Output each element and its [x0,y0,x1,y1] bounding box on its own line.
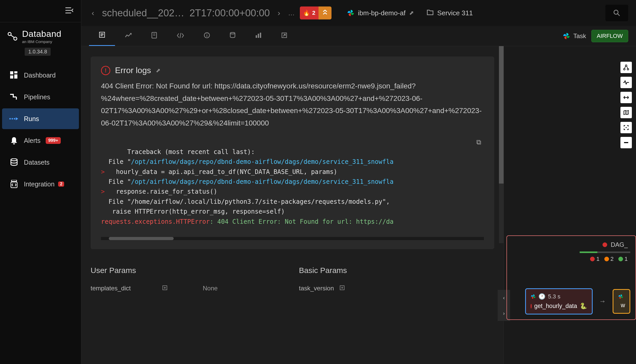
sidebar-item-label: Alerts [24,137,40,144]
activity-icon[interactable] [620,77,632,88]
external-link-icon[interactable]: ⬈ [156,67,160,74]
svg-rect-5 [14,74,17,79]
search-area[interactable] [605,5,628,21]
brand-name: Databand [22,29,61,39]
svg-point-7 [12,118,13,120]
dag-title: DAG_ [611,241,628,248]
error-card: ! Error logs ⬈ 404 Client Error: Not Fou… [91,57,494,249]
map-icon[interactable] [620,107,632,118]
airflow-pinwheel-icon [347,9,354,17]
svg-rect-2 [10,71,13,74]
dag-node-next[interactable]: w [613,289,630,314]
svg-rect-19 [258,34,259,38]
sidebar-item-label: Runs [24,115,39,123]
sidebar-item-pipelines[interactable]: Pipelines [2,87,79,107]
integration-badge: 2 [58,181,64,187]
alerts-badge: 999+ [46,137,61,144]
dag-progress [580,251,630,253]
top-bar: ‹ scheduled__202… 2T17:00:00+00:00 › … 🔥… [81,0,636,26]
integration-icon [9,179,19,189]
task-label: Task [573,32,586,40]
status-dot-red-icon [603,242,607,247]
svg-point-12 [614,10,618,14]
python-icon: 🐍 [580,303,587,310]
tab-bar: Task AIRFLOW [81,26,636,46]
sidebar-item-integration[interactable]: Integration 2 [2,174,79,194]
folder-icon [427,9,434,17]
alert-fire-badge[interactable]: 🔥 2 [300,6,331,19]
status-dot-red-icon [531,304,532,309]
node-duration: 5.3 s [548,293,560,300]
sidebar-collapse-icon[interactable] [65,7,73,15]
svg-point-27 [626,127,627,128]
copy-icon[interactable]: ⧉ [476,137,481,148]
collapse-up-icon[interactable] [319,6,331,19]
external-link-icon[interactable]: ⬈ [409,10,414,16]
airflow-pinwheel-icon [531,294,536,299]
expand-icon[interactable] [340,285,345,292]
fire-count: 2 [312,10,315,16]
fullscreen-icon[interactable] [620,122,632,133]
param-item: task_version [299,285,495,292]
svg-rect-4 [10,75,13,79]
next-arrow-icon[interactable]: › [275,8,283,18]
svg-point-16 [207,33,207,34]
fit-width-icon[interactable] [620,92,632,103]
arrow-right-icon [600,299,605,304]
runs-icon [9,114,19,123]
sidebar-item-datasets[interactable]: Datasets [2,152,79,173]
service-link[interactable]: Service 311 [427,9,473,17]
tab-book[interactable] [141,26,167,46]
error-icon: ! [101,66,110,75]
datasets-icon [9,158,19,167]
tab-metrics[interactable] [115,27,141,45]
svg-rect-20 [260,33,261,38]
svg-point-8 [14,118,15,120]
node-name: w [621,302,625,309]
more-menu-icon[interactable]: … [288,9,295,17]
version-badge: 1.0.34.8 [25,48,51,56]
dag-panel: ‹ › DAG_ 1 2 1 🕐 [504,46,636,364]
sidebar-item-alerts[interactable]: Alerts 999+ [2,130,79,151]
airflow-pinwheel-icon [563,32,570,40]
airflow-pinwheel-icon [618,294,623,299]
svg-point-6 [9,118,11,120]
dag-canvas[interactable]: DAG_ 1 2 1 🕐 5.3 s [506,235,636,320]
traceback: ⧉ Traceback (most recent call last): Fil… [101,137,484,232]
tab-info[interactable] [194,26,220,46]
source-link[interactable]: ibm-bp-demo-af ⬈ [347,9,414,17]
error-title: Error logs [115,66,151,75]
service-label: Service 311 [437,9,473,17]
tab-chart[interactable] [245,26,271,46]
databand-logo-icon [6,31,18,42]
dashboard-icon [9,71,19,80]
brand: Databand an IBM Company [0,22,81,48]
dag-node-get-hourly-data[interactable]: 🕐 5.3 s get_hourly_data 🐍 [525,288,593,314]
svg-point-9 [11,159,17,161]
sidebar-item-label: Integration [24,180,55,188]
tab-code[interactable] [167,27,194,45]
sidebar-item-label: Dashboard [24,72,56,79]
horizontal-scrollbar[interactable] [101,237,484,240]
vertical-scrollbar[interactable] [499,46,504,243]
param-item: templates_dict None [91,285,286,292]
source-label: ibm-bp-demo-af [358,9,406,17]
sidebar-item-runs[interactable]: Runs [2,108,79,129]
breadcrumb-part2: 2T17:00:00+00:00 [190,8,270,19]
svg-rect-10 [11,180,17,181]
prev-arrow-icon[interactable]: ‹ [89,8,97,18]
basic-params-title: Basic Params [299,266,495,275]
pipelines-icon [9,92,19,102]
tab-data[interactable] [220,26,245,46]
svg-point-17 [230,32,235,34]
graph-layout-icon[interactable] [620,62,632,73]
tab-logs[interactable] [89,26,115,46]
expand-icon[interactable] [162,285,167,292]
svg-rect-28 [624,142,628,143]
minus-icon[interactable] [620,137,632,148]
tab-external[interactable] [271,26,297,46]
airflow-button[interactable]: AIRFLOW [591,30,628,42]
brand-subtitle: an IBM Company [22,39,61,44]
svg-rect-18 [256,35,257,38]
sidebar-item-dashboard[interactable]: Dashboard [2,65,79,86]
